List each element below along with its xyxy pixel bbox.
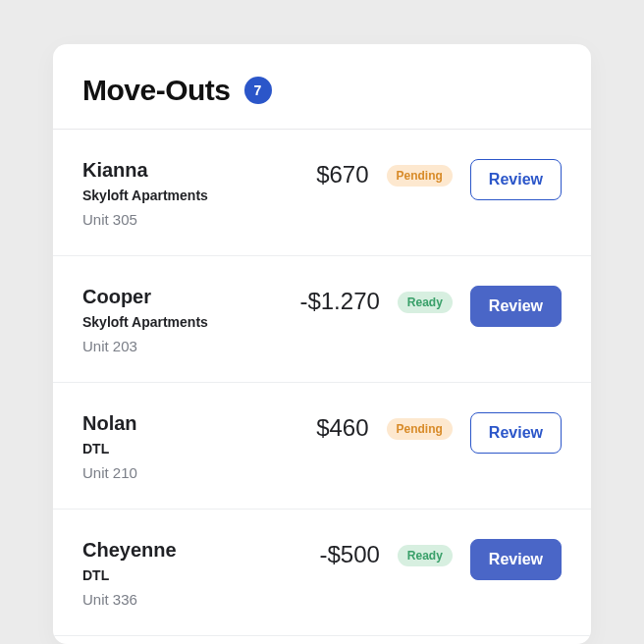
tenant-unit: Unit 210	[82, 464, 298, 481]
tenant-name: Nolan	[82, 412, 298, 435]
tenant-unit: Unit 203	[82, 338, 282, 354]
tenant-info: Cooper Skyloft Apartments Unit 203	[82, 286, 282, 354]
list-item: Kianna Skyloft Apartments Unit 305 $670 …	[53, 130, 591, 256]
tenant-unit: Unit 336	[82, 591, 301, 608]
amount-value: $670	[316, 159, 368, 188]
review-button[interactable]: Review	[470, 159, 562, 200]
amount-value: $460	[316, 412, 368, 442]
tenant-unit: Unit 305	[82, 211, 298, 228]
status-badge: Ready	[398, 545, 453, 566]
tenant-name: Kianna	[82, 159, 298, 182]
tenant-info: Nolan DTL Unit 210	[82, 412, 298, 481]
amount-value: -$1.270	[299, 286, 379, 315]
count-badge: 7	[244, 77, 272, 104]
tenant-property: Skyloft Apartments	[82, 314, 282, 330]
tenant-property: DTL	[82, 441, 298, 456]
moveouts-list: Kianna Skyloft Apartments Unit 305 $670 …	[53, 130, 591, 636]
amount-value: -$500	[319, 539, 379, 568]
page-title: Move-Outs	[82, 74, 231, 107]
tenant-info: Kianna Skyloft Apartments Unit 305	[82, 159, 298, 228]
tenant-name: Cooper	[82, 286, 282, 308]
tenant-name: Cheyenne	[82, 539, 301, 562]
header: Move-Outs 7	[53, 74, 591, 130]
tenant-property: Skyloft Apartments	[82, 188, 298, 203]
list-item: Nolan DTL Unit 210 $460 Pending Review	[53, 383, 591, 510]
review-button[interactable]: Review	[470, 539, 562, 580]
status-badge: Pending	[387, 418, 453, 440]
tenant-info: Cheyenne DTL Unit 336	[82, 539, 301, 608]
moveouts-card: Move-Outs 7 Kianna Skyloft Apartments Un…	[53, 44, 591, 644]
list-item: Cooper Skyloft Apartments Unit 203 -$1.2…	[53, 256, 591, 383]
tenant-property: DTL	[82, 567, 301, 583]
review-button[interactable]: Review	[470, 286, 562, 327]
status-badge: Ready	[398, 292, 453, 313]
status-badge: Pending	[387, 165, 453, 187]
list-item: Cheyenne DTL Unit 336 -$500 Ready Review	[53, 510, 591, 636]
review-button[interactable]: Review	[470, 412, 562, 454]
